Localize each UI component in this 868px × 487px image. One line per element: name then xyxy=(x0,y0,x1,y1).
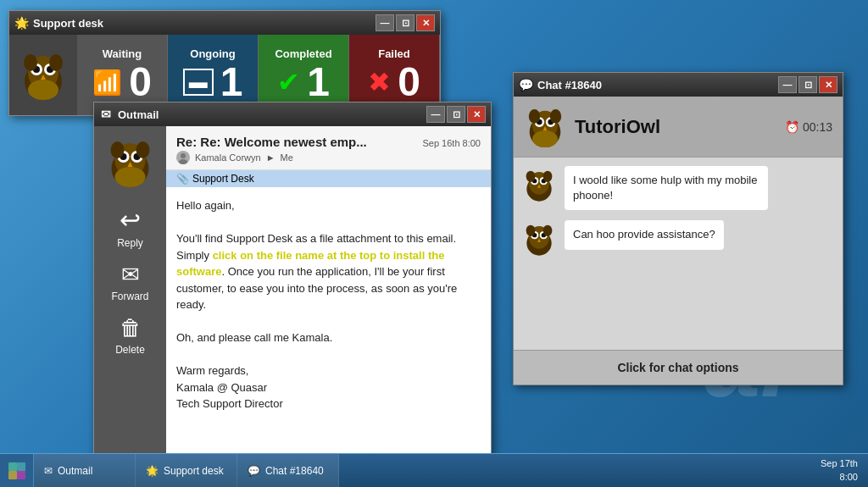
chat-messages: I woold like some hulp with my mobile ph… xyxy=(514,158,843,350)
forward-icon: ✉ xyxy=(121,262,140,288)
body-closing: Warm regards,Kamala @ QuasarTech Support… xyxy=(176,362,481,412)
support-desk-close[interactable]: ✕ xyxy=(416,14,435,31)
outmail-arrow: ► xyxy=(266,152,275,163)
chat-restore[interactable]: ⊡ xyxy=(798,76,817,93)
svg-point-50 xyxy=(543,225,553,236)
body-greeting: Hello again, xyxy=(176,197,481,214)
delete-button[interactable]: 🗑 Delete xyxy=(94,311,166,360)
delete-icon: 🗑 xyxy=(120,315,142,341)
chat-msg1-text: I woold like some hulp with my mobile ph… xyxy=(565,166,768,210)
attachment-name: Support Desk xyxy=(192,173,254,185)
outmail-restore[interactable]: ⊡ xyxy=(447,106,465,123)
chat-timer: ⏰ 00:13 xyxy=(785,120,832,134)
sd-ongoing-count: 1 xyxy=(220,62,243,102)
sd-completed-count: 1 xyxy=(307,62,330,102)
clock-time: 8:00 xyxy=(821,471,858,484)
svg-point-22 xyxy=(179,159,187,164)
outmail-owl-icon xyxy=(103,135,158,190)
svg-point-49 xyxy=(526,225,536,236)
sd-waiting-count: 0 xyxy=(129,62,152,102)
taskbar-outmail[interactable]: ✉ Outmail xyxy=(34,454,136,487)
taskbar-items: ✉ Outmail 🌟 Support desk 💬 Chat #18640 xyxy=(34,454,810,487)
wifi-icon: 📶 xyxy=(92,69,122,97)
taskbar-support-icon: 🌟 xyxy=(146,465,159,477)
reply-button[interactable]: ↩ Reply xyxy=(94,201,166,253)
svg-point-17 xyxy=(111,141,125,158)
chat-window: 💬 Chat #18640 — ⊡ ✕ TutoriOwl ⏰ xyxy=(513,72,843,385)
chat-controls: — ⊡ ✕ xyxy=(778,76,837,93)
chat-message-2: Can hoo provide assistance? xyxy=(522,220,834,257)
monitor-icon: ▬ xyxy=(183,69,214,96)
outmail-from: Kamala Corwyn xyxy=(195,152,261,163)
outmail-close[interactable]: ✕ xyxy=(467,106,486,123)
forward-label: Forward xyxy=(111,291,148,302)
taskbar-chat-icon: 💬 xyxy=(248,465,260,477)
svg-rect-54 xyxy=(17,471,25,479)
delete-label: Delete xyxy=(115,344,145,356)
outmail-date: Sep 16th 8:00 xyxy=(422,138,481,148)
support-desk-avatar xyxy=(9,35,77,115)
taskbar: ✉ Outmail 🌟 Support desk 💬 Chat #18640 S… xyxy=(0,453,868,487)
sd-failed-count: 0 xyxy=(398,62,420,102)
chat-content: TutoriOwl ⏰ 00:13 I woold li xyxy=(514,97,843,385)
chat-message-1: I woold like some hulp with my mobile ph… xyxy=(522,166,834,210)
sender-avatar-icon xyxy=(176,151,190,164)
svg-point-41 xyxy=(543,171,553,182)
taskbar-start[interactable] xyxy=(0,454,34,488)
chat-title: Chat #18640 xyxy=(537,79,773,91)
timer-value: 00:13 xyxy=(803,120,832,134)
forward-button[interactable]: ✉ Forward xyxy=(94,257,166,307)
chat-minimize[interactable]: — xyxy=(778,76,797,93)
outmail-title: Outmail xyxy=(118,108,421,121)
svg-point-30 xyxy=(529,109,540,124)
support-desk-minimize[interactable]: — xyxy=(376,14,394,31)
outmail-meta: Kamala Corwyn ► Me xyxy=(176,151,481,164)
svg-point-8 xyxy=(49,54,63,71)
taskbar-support-label: Support desk xyxy=(164,465,224,477)
sd-waiting-label: Waiting xyxy=(103,47,142,60)
chat-agent-name: TutoriOwl xyxy=(575,116,776,138)
reply-icon: ↩ xyxy=(120,205,141,235)
support-desk-restore[interactable]: ⊡ xyxy=(396,14,415,31)
taskbar-support-desk[interactable]: 🌟 Support desk xyxy=(136,454,237,487)
attachment-icon: 📎 xyxy=(176,173,189,185)
outmail-titlebar: ✉ Outmail — ⊡ ✕ xyxy=(94,102,491,126)
support-desk-controls: — ⊡ ✕ xyxy=(376,14,435,31)
chat-titlebar: 💬 Chat #18640 — ⊡ ✕ xyxy=(514,73,843,97)
chat-options-button[interactable]: Click for chat options xyxy=(514,350,843,385)
x-icon: ✖ xyxy=(368,66,391,98)
chat-close[interactable]: ✕ xyxy=(819,76,837,93)
owl-avatar-icon xyxy=(18,47,69,102)
support-desk-window: 🌟 Support desk — ⊡ ✕ xyxy=(8,10,441,116)
highlight-link[interactable]: click on the file name at the top to ins… xyxy=(176,249,444,279)
chat-icon: 💬 xyxy=(519,78,532,91)
outmail-icon: ✉ xyxy=(99,108,113,121)
reply-label: Reply xyxy=(117,237,143,249)
svg-point-19 xyxy=(115,167,146,187)
outmail-body: Hello again, You'll find Support Desk as… xyxy=(166,187,491,457)
support-desk-titlebar: 🌟 Support desk — ⊡ ✕ xyxy=(9,11,440,35)
outmail-avatar xyxy=(103,135,158,190)
outmail-main: Re: Re: Welcome newest emp... Sep 16th 8… xyxy=(166,126,491,457)
svg-point-9 xyxy=(28,80,58,100)
svg-point-21 xyxy=(181,153,186,158)
support-desk-icon: 🌟 xyxy=(14,16,28,30)
svg-point-32 xyxy=(532,130,558,147)
outmail-window: ✉ Outmail — ⊡ ✕ xyxy=(93,102,492,457)
taskbar-chat[interactable]: 💬 Chat #18640 xyxy=(237,454,339,487)
chat-owl-icon xyxy=(524,103,566,150)
outmail-content: ↩ Reply ✉ Forward 🗑 Delete Re: Re: Welco… xyxy=(94,126,491,457)
support-desk-title: Support desk xyxy=(33,17,370,30)
chat-header: TutoriOwl ⏰ 00:13 xyxy=(514,97,843,158)
svg-rect-51 xyxy=(8,462,17,471)
taskbar-clock: Sep 17th 8:00 xyxy=(810,457,868,484)
body-paragraph: You'll find Support Desk as a file attac… xyxy=(176,230,481,313)
taskbar-chat-label: Chat #18640 xyxy=(265,465,324,477)
taskbar-outmail-icon: ✉ xyxy=(44,465,53,477)
chat-msg1-owl-icon xyxy=(522,166,556,203)
svg-rect-53 xyxy=(8,471,17,479)
svg-point-31 xyxy=(550,109,561,124)
svg-point-7 xyxy=(24,54,37,71)
svg-rect-52 xyxy=(17,462,25,471)
outmail-minimize[interactable]: — xyxy=(426,106,445,123)
